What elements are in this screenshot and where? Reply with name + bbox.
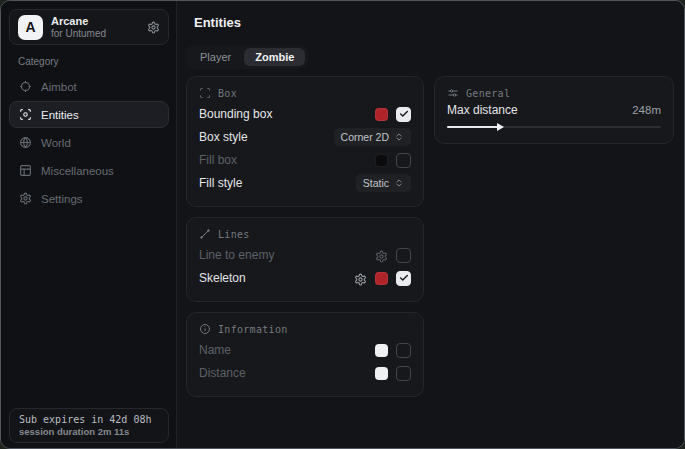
slider-thumb[interactable]: [497, 123, 504, 131]
color-swatch[interactable]: [375, 108, 388, 121]
row-label: Box style: [199, 130, 334, 144]
info-icon: [199, 323, 211, 335]
bounding-box-row: Bounding box: [199, 103, 411, 125]
slider-fill: [447, 126, 501, 128]
row-label: Bounding box: [199, 107, 375, 121]
sidebar-item-settings[interactable]: Settings: [9, 185, 169, 212]
check-icon: [399, 273, 409, 283]
row-label: Line to enemy: [199, 248, 375, 262]
line-to-enemy-row: Line to enemy: [199, 244, 411, 266]
line-icon: [199, 228, 211, 240]
app-window: A Arcane for Untumed Category Aimbot Ent…: [0, 0, 685, 449]
max-distance-slider[interactable]: [447, 123, 661, 131]
category-label: Category: [18, 56, 59, 67]
brand-subtitle: for Untumed: [51, 28, 139, 40]
gear-icon[interactable]: [375, 249, 388, 262]
select-value: Static: [363, 177, 389, 189]
globe-icon: [19, 136, 32, 149]
subscription-card: Sub expires in 42d 08h session duration …: [9, 408, 169, 443]
layout-icon: [19, 164, 32, 177]
fill-style-select[interactable]: Static: [356, 174, 411, 192]
brand-title: Arcane: [51, 15, 139, 28]
panel-title: Box: [218, 88, 237, 99]
sliders-icon: [447, 87, 459, 99]
sidebar-item-world[interactable]: World: [9, 129, 169, 156]
name-checkbox[interactable]: [396, 343, 411, 358]
information-panel: Information Name Distance: [186, 312, 424, 397]
box-style-select[interactable]: Corner 2D: [334, 128, 411, 146]
row-label: Fill box: [199, 153, 375, 167]
bounding-box-checkbox[interactable]: [396, 107, 411, 122]
color-swatch[interactable]: [375, 367, 388, 380]
box-panel: Box Bounding box Box style Corne: [186, 76, 424, 207]
sidebar-nav: Aimbot Entities World Miscellaneous Sett…: [9, 73, 169, 212]
page-title: Entities: [194, 15, 241, 30]
scan-icon: [19, 108, 32, 121]
gear-icon[interactable]: [147, 21, 160, 34]
entity-tabs: Player Zombie: [186, 45, 308, 69]
lines-panel: Lines Line to enemy Skeleton: [186, 217, 424, 302]
row-label: Distance: [199, 366, 375, 380]
box-corners-icon: [199, 87, 211, 99]
main-content: Entities Player Zombie Box Bounding box: [177, 1, 684, 448]
crosshair-icon: [19, 80, 32, 93]
gear-icon[interactable]: [354, 272, 367, 285]
check-icon: [399, 109, 409, 119]
max-distance-label: Max distance: [447, 103, 632, 117]
fill-box-row: Fill box: [199, 149, 411, 171]
line-to-enemy-checkbox[interactable]: [396, 248, 411, 263]
sidebar-item-label: Settings: [41, 193, 83, 205]
skeleton-row: Skeleton: [199, 267, 411, 289]
row-label: Skeleton: [199, 271, 354, 285]
skeleton-checkbox[interactable]: [396, 271, 411, 286]
fill-box-checkbox[interactable]: [396, 153, 411, 168]
sidebar-item-entities[interactable]: Entities: [9, 101, 169, 128]
chevrons-up-down-icon: [394, 132, 404, 142]
sidebar-item-aimbot[interactable]: Aimbot: [9, 73, 169, 100]
sidebar-item-label: Miscellaneous: [41, 165, 114, 177]
color-swatch[interactable]: [375, 344, 388, 357]
session-duration-text: session duration 2m 11s: [19, 426, 159, 437]
sidebar-item-label: World: [41, 137, 71, 149]
app-logo: A: [18, 15, 43, 40]
tab-zombie[interactable]: Zombie: [244, 48, 305, 66]
color-swatch[interactable]: [375, 272, 388, 285]
row-label: Name: [199, 343, 375, 357]
tab-player[interactable]: Player: [189, 48, 242, 66]
chevrons-up-down-icon: [394, 178, 404, 188]
panel-title: General: [466, 88, 510, 99]
sidebar-item-label: Entities: [41, 109, 79, 121]
select-value: Corner 2D: [341, 131, 389, 143]
sidebar-item-miscellaneous[interactable]: Miscellaneous: [9, 157, 169, 184]
sub-expiry-text: Sub expires in 42d 08h: [19, 414, 159, 425]
name-row: Name: [199, 339, 411, 361]
max-distance-value: 248m: [632, 104, 661, 116]
box-style-row: Box style Corner 2D: [199, 126, 411, 148]
gear-icon: [19, 192, 32, 205]
brand-card: A Arcane for Untumed: [9, 9, 169, 45]
fill-style-row: Fill style Static: [199, 172, 411, 194]
color-swatch[interactable]: [375, 154, 388, 167]
sidebar-item-label: Aimbot: [41, 81, 77, 93]
row-label: Fill style: [199, 176, 356, 190]
sidebar: A Arcane for Untumed Category Aimbot Ent…: [1, 1, 177, 448]
panel-title: Lines: [218, 229, 250, 240]
distance-row: Distance: [199, 362, 411, 384]
panel-title: Information: [218, 324, 288, 335]
distance-checkbox[interactable]: [396, 366, 411, 381]
general-panel: General Max distance 248m: [434, 76, 674, 144]
